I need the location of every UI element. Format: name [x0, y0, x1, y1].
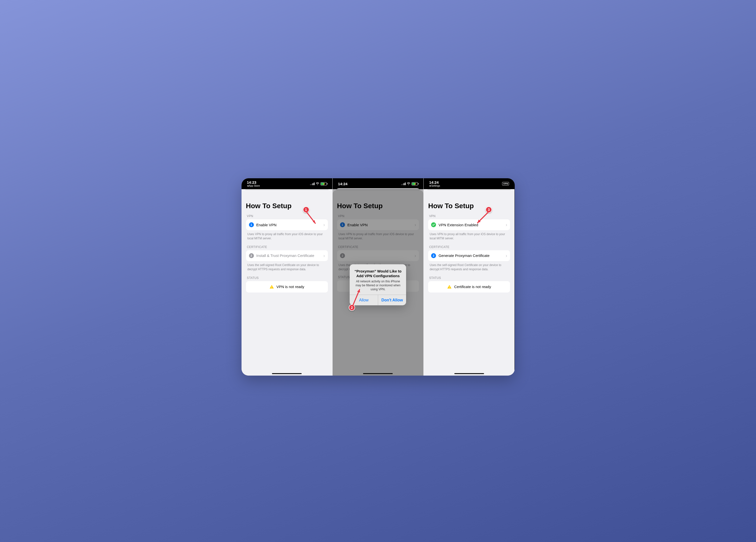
status-icons: ⚡ — [401, 182, 418, 186]
alert-allow-button[interactable]: Allow — [350, 295, 378, 305]
step-badge-2: 2 — [249, 253, 254, 258]
step-badge-2: 2 — [431, 253, 436, 258]
chevron-right-icon: › — [415, 223, 416, 227]
status-time: 14:23 — [247, 181, 260, 184]
status-back-link[interactable]: Settings — [429, 185, 440, 187]
home-indicator — [272, 373, 302, 374]
status-row: VPN is not ready — [246, 281, 328, 292]
cellular-icon — [401, 182, 406, 185]
vpn-badge-icon: VPN — [502, 182, 509, 186]
status-back-link[interactable]: App Store — [247, 185, 260, 187]
section-label-cert: CERTIFICATE — [429, 245, 510, 249]
stage: 14:23 App Store ⚡ How To Setup VPN 1 Ena… — [220, 158, 537, 384]
chevron-right-icon: › — [415, 254, 416, 258]
section-footer-vpn: Uses VPN to proxy all traffic from your … — [339, 232, 417, 241]
step-badge-1: 1 — [340, 222, 345, 227]
chevron-right-icon: › — [506, 254, 507, 258]
section-footer-vpn: Uses VPN to proxy all traffic from your … — [430, 232, 509, 241]
step-badge-1: 1 — [249, 222, 254, 227]
row-label: Install & Trust Proxyman Certificate — [256, 254, 321, 258]
section-footer-cert: Uses the self-signed Root Certificate on… — [247, 263, 326, 272]
section-label-vpn: VPN — [338, 215, 419, 218]
check-icon — [431, 222, 436, 227]
warning-icon — [269, 284, 274, 289]
status-time: 14:24 — [338, 182, 347, 186]
alert-message: All network activity on this iPhone may … — [353, 279, 403, 291]
section-label-status: STATUS — [429, 276, 510, 279]
status-icons: ⚡ — [310, 182, 327, 186]
cellular-icon — [310, 182, 315, 185]
row-enable-vpn[interactable]: 1 Enable VPN › — [337, 219, 419, 230]
status-bar: 14:24 Settings VPN — [424, 178, 514, 189]
page-title: How To Setup — [337, 202, 419, 210]
svg-rect-5 — [449, 287, 450, 288]
alert-title: “Proxyman” Would Like to Add VPN Configu… — [353, 269, 403, 278]
row-label: Generate Proxyman Certificate — [439, 254, 503, 258]
row-label: VPN Extension Enabled — [439, 223, 503, 227]
phone-3: 14:24 Settings VPN How To Setup VPN VP — [423, 178, 514, 375]
status-time: 14:24 — [429, 181, 440, 184]
screenshot-card: 14:23 App Store ⚡ How To Setup VPN 1 Ena… — [242, 178, 515, 375]
svg-rect-4 — [449, 286, 450, 287]
svg-rect-1 — [271, 287, 272, 288]
row-generate-cert[interactable]: 2 Generate Proxyman Certificate › — [428, 250, 510, 261]
chevron-right-icon: › — [506, 223, 507, 227]
section-label-status: STATUS — [247, 276, 328, 279]
phone-2: 14:24 ⚡ How To Setup VPN 1 Enable VPN › — [332, 178, 423, 375]
svg-rect-0 — [271, 286, 272, 287]
warning-icon — [447, 284, 452, 289]
row-install-cert[interactable]: 2 › — [337, 250, 419, 261]
section-footer-cert: Uses the self-signed Root Certificate on… — [430, 263, 509, 272]
alert-dont-allow-button[interactable]: Don't Allow — [378, 295, 406, 305]
row-enable-vpn[interactable]: 1 Enable VPN › — [246, 219, 328, 230]
row-label: Enable VPN — [256, 223, 321, 227]
section-label-vpn: VPN — [247, 215, 328, 218]
row-label: Enable VPN — [347, 223, 412, 227]
phone-1: 14:23 App Store ⚡ How To Setup VPN 1 Ena… — [242, 178, 332, 375]
status-bar: 14:23 App Store ⚡ — [242, 178, 332, 189]
battery-icon: ⚡ — [320, 182, 327, 186]
row-install-cert[interactable]: 2 Install & Trust Proxyman Certificate › — [246, 250, 328, 261]
chevron-right-icon: › — [323, 223, 325, 227]
status-text: VPN is not ready — [276, 284, 304, 289]
status-icons: VPN — [502, 182, 509, 186]
wifi-icon — [316, 182, 319, 185]
section-label-vpn: VPN — [429, 215, 510, 218]
step-badge-2: 2 — [340, 253, 345, 258]
system-alert: “Proxyman” Would Like to Add VPN Configu… — [350, 264, 406, 305]
home-indicator — [454, 373, 484, 374]
page-title: How To Setup — [428, 202, 510, 210]
page-title: How To Setup — [246, 202, 328, 210]
chevron-right-icon: › — [323, 254, 325, 258]
row-vpn-enabled[interactable]: VPN Extension Enabled › — [428, 219, 510, 230]
section-label-cert: CERTIFICATE — [338, 245, 419, 249]
status-bar: 14:24 ⚡ — [333, 178, 423, 189]
status-row: Certificate is not ready — [428, 281, 510, 292]
battery-icon: ⚡ — [412, 182, 418, 186]
home-indicator — [363, 373, 393, 374]
wifi-icon — [407, 182, 411, 185]
section-label-cert: CERTIFICATE — [247, 245, 328, 249]
status-text: Certificate is not ready — [454, 284, 491, 289]
section-footer-vpn: Uses VPN to proxy all traffic from your … — [247, 232, 326, 241]
